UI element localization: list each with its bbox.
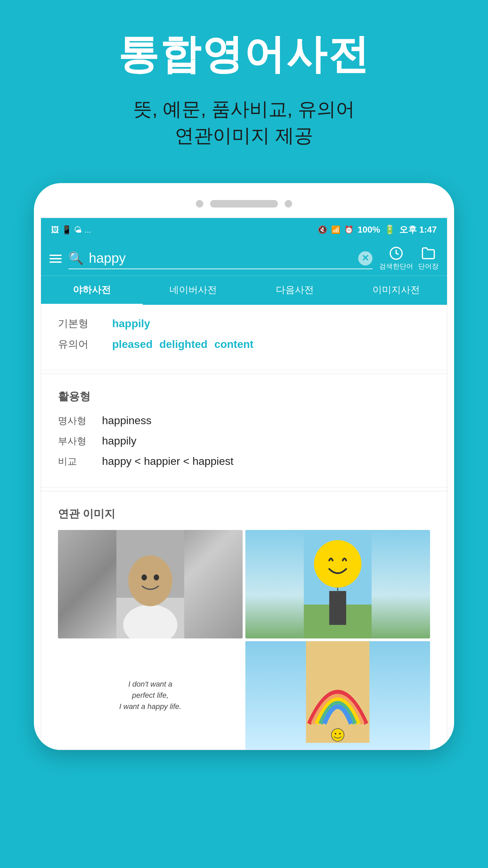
image-balloon[interactable] <box>245 530 430 638</box>
svg-rect-9 <box>329 591 346 625</box>
svg-point-6 <box>154 574 159 580</box>
wordbook-label: 단어장 <box>418 262 439 271</box>
quote-text: I don't want aperfect life,I want a happ… <box>119 678 181 712</box>
tab-imageDictionary[interactable]: 이미지사전 <box>346 276 447 305</box>
quote-bg: I don't want aperfect life,I want a happ… <box>58 641 243 750</box>
comparison-value: happy < happier < happiest <box>102 455 233 468</box>
battery-icon: 🔋 <box>384 224 395 235</box>
tab-naverDictionary[interactable]: 네이버사전 <box>143 276 244 305</box>
svg-point-13 <box>331 729 344 742</box>
noun-form-value: happiness <box>102 414 151 427</box>
phone-dot-left <box>196 200 203 208</box>
clear-search-button[interactable]: ✕ <box>358 251 372 265</box>
phone-top-bar <box>41 200 447 208</box>
toolbar-icons: 검색한단어 단어장 <box>379 246 439 271</box>
synonym-pleased[interactable]: pleased <box>112 338 152 351</box>
rainbow-illustration <box>245 641 430 743</box>
mute-icon: 🔇 <box>318 225 327 234</box>
related-images-section: 연관 이미지 <box>41 495 447 750</box>
clock-icon <box>389 246 403 260</box>
hamburger-menu[interactable] <box>49 255 62 263</box>
section-divider-1 <box>41 374 447 374</box>
search-input-wrapper[interactable]: 🔍 happy ✕ <box>68 248 372 269</box>
balloon-illustration <box>245 530 430 638</box>
search-bar: 🔍 happy ✕ 검색한단어 단어장 <box>41 242 447 276</box>
phone-screen: 🖼 📱 🌤 ... 🔇 📶 ⏰ 100% 🔋 오후 1:47 🔍 happy <box>41 218 447 750</box>
svg-point-15 <box>339 733 341 734</box>
folder-icon <box>421 246 435 260</box>
noun-form-row: 명사형 happiness <box>58 414 430 427</box>
tab-daumDictionary[interactable]: 다음사전 <box>244 276 346 305</box>
svg-point-10 <box>314 540 362 588</box>
status-right-info: 🔇 📶 ⏰ 100% 🔋 오후 1:47 <box>318 224 437 236</box>
search-query[interactable]: happy <box>89 251 353 266</box>
synonym-row: 유의어 pleased delighted content <box>58 337 430 351</box>
time-display: 오후 1:47 <box>399 224 437 236</box>
conjugation-section: 활용형 명사형 happiness 부사형 happily 비교 happy <… <box>41 377 447 488</box>
synonym-delighted[interactable]: delighted <box>159 338 207 351</box>
phone-mockup: 🖼 📱 🌤 ... 🔇 📶 ⏰ 100% 🔋 오후 1:47 🔍 happy <box>34 183 454 750</box>
images-title: 연관 이미지 <box>58 507 430 521</box>
boy-illustration <box>58 530 243 638</box>
dictionary-tabs: 야하사전 네이버사전 다음사전 이미지사전 <box>41 276 447 305</box>
conjugation-title: 활용형 <box>58 389 430 404</box>
image-rainbow[interactable] <box>245 641 430 750</box>
wordbook-button[interactable]: 단어장 <box>418 246 439 271</box>
phone-dot-right <box>285 200 292 208</box>
tab-yahaDictionary[interactable]: 야하사전 <box>41 276 143 305</box>
word-info-section: 기본형 happily 유의어 pleased delighted conten… <box>41 305 447 370</box>
hamburger-line-3 <box>49 261 62 263</box>
alarm-icon: ⏰ <box>344 225 353 234</box>
noun-form-label: 명사형 <box>58 414 102 427</box>
main-title: 통합영어사전 <box>14 27 474 82</box>
status-icons: 🖼 📱 🌤 ... <box>51 225 91 235</box>
status-bar: 🖼 📱 🌤 ... 🔇 📶 ⏰ 100% 🔋 오후 1:47 <box>41 218 447 242</box>
svg-point-4 <box>128 555 172 606</box>
synonym-content[interactable]: content <box>214 338 253 351</box>
section-divider-2 <box>41 491 447 491</box>
boy-photo-bg <box>58 530 243 638</box>
image-boy[interactable] <box>58 530 243 638</box>
battery-text: 100% <box>358 224 380 235</box>
comparison-label: 비교 <box>58 455 102 468</box>
comparison-row: 비교 happy < happier < happiest <box>58 455 430 468</box>
history-button[interactable]: 검색한단어 <box>379 246 413 271</box>
balloon-bg <box>245 530 430 638</box>
subtitle-line2: 연관이미지 제공 <box>175 125 313 146</box>
hamburger-line-1 <box>49 255 62 256</box>
content-area: 기본형 happily 유의어 pleased delighted conten… <box>41 305 447 750</box>
synonym-label: 유의어 <box>58 337 112 351</box>
search-icon: 🔍 <box>68 251 84 265</box>
subtitle-line1: 뜻, 예문, 품사비교, 유의어 <box>133 98 354 120</box>
adverb-form-row: 부사형 happily <box>58 435 430 448</box>
header-section: 통합영어사전 뜻, 예문, 품사비교, 유의어 연관이미지 제공 <box>0 0 488 163</box>
base-form-row: 기본형 happily <box>58 317 430 331</box>
subtitle: 뜻, 예문, 품사비교, 유의어 연관이미지 제공 <box>14 96 474 149</box>
history-label: 검색한단어 <box>379 262 413 271</box>
status-left-icons: 🖼 📱 🌤 ... <box>51 225 91 235</box>
hamburger-line-2 <box>49 258 62 259</box>
adverb-form-value: happily <box>102 435 136 447</box>
phone-speaker <box>210 200 278 208</box>
svg-point-5 <box>142 574 147 580</box>
svg-point-14 <box>335 733 337 734</box>
image-quote[interactable]: I don't want aperfect life,I want a happ… <box>58 641 243 750</box>
wifi-icon: 📶 <box>331 225 340 234</box>
base-form-value[interactable]: happily <box>112 317 150 330</box>
image-grid: I don't want aperfect life,I want a happ… <box>58 530 430 750</box>
rainbow-bg <box>245 641 430 750</box>
adverb-form-label: 부사형 <box>58 435 102 448</box>
synonym-list: pleased delighted content <box>112 338 253 351</box>
base-form-label: 기본형 <box>58 317 112 331</box>
